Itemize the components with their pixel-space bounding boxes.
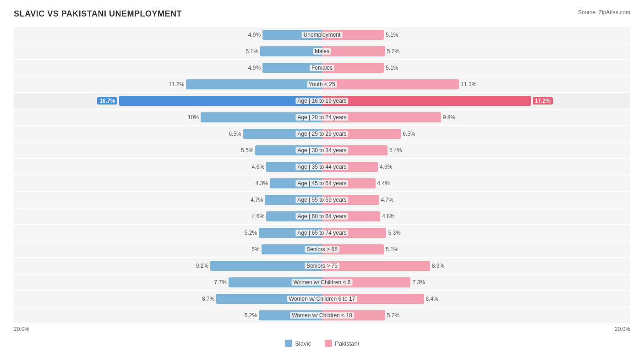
chart-title: SLAVIC VS PAKISTANI UNEMPLOYMENT [14, 9, 182, 19]
right-value: 8.4% [426, 296, 438, 302]
bar-container: 4.6% 4.6% Age | 35 to 44 years [14, 159, 630, 175]
legend-pakistani: Pakistani [325, 340, 359, 347]
chart-row: 7.7% 7.3% Women w/ Children < 6 [14, 275, 630, 290]
left-value: 5.2% [245, 230, 257, 236]
chart-footer: Slavic Pakistani [14, 340, 630, 347]
row-label: Women w/ Children < 6 [292, 279, 353, 286]
chart-row: 6.5% 6.5% Age | 25 to 29 years [14, 126, 630, 142]
left-value: 8.7% [202, 296, 214, 302]
row-label: Age | 60 to 64 years [295, 213, 348, 220]
right-value: 17.2% [533, 97, 553, 105]
right-value: 5.2% [387, 312, 399, 319]
row-label: Unemployment [302, 32, 343, 38]
legend-slavic-box [285, 340, 292, 347]
right-value: 8.9% [432, 263, 444, 269]
left-value: 4.9% [248, 65, 261, 71]
chart-source: Source: ZipAtlas.com [578, 9, 630, 16]
chart-row: 9.2% 8.9% Seniors > 75 [14, 258, 630, 274]
right-bar [322, 46, 385, 56]
left-value: 9.2% [196, 263, 208, 269]
chart-row: 4.9% 5.1% Females [14, 60, 630, 76]
row-label: Age | 55 to 59 years [295, 197, 348, 203]
chart-row: 8.7% 8.4% Women w/ Children 6 to 17 [14, 291, 630, 307]
right-value: 4.7% [381, 197, 393, 203]
left-value: 16.7% [97, 97, 117, 105]
row-label: Age | 25 to 29 years [295, 131, 348, 137]
right-value: 5.1% [386, 246, 398, 253]
legend-slavic-label: Slavic [295, 340, 311, 347]
bar-container: 4.9% 5.1% Females [14, 60, 630, 76]
chart-row: 11.2% 11.3% Youth < 25 [14, 77, 630, 92]
row-label: Age | 30 to 34 years [295, 147, 348, 154]
row-label: Age | 65 to 74 years [295, 230, 348, 236]
row-label: Women w/ Children < 18 [290, 312, 354, 319]
chart-row: 4.6% 4.8% Age | 60 to 64 years [14, 209, 630, 224]
chart-row: 10% 9.8% Age | 20 to 24 years [14, 110, 630, 125]
chart-row: 5% 5.1% Seniors > 65 [14, 242, 630, 257]
bar-container: 16.7% 17.2% Age | 16 to 19 years [14, 93, 630, 109]
right-value: 5.1% [386, 32, 398, 38]
bar-container: 6.5% 6.5% Age | 25 to 29 years [14, 126, 630, 142]
right-bar [322, 79, 459, 89]
chart-row: 16.7% 17.2% Age | 16 to 19 years [14, 93, 630, 109]
row-label: Age | 16 to 19 years [295, 98, 348, 104]
left-value: 5% [251, 246, 259, 253]
left-value: 10% [188, 114, 199, 121]
bar-container: 9.2% 8.9% Seniors > 75 [14, 258, 630, 274]
bar-container: 7.7% 7.3% Women w/ Children < 6 [14, 275, 630, 290]
row-label: Youth < 25 [307, 81, 337, 88]
chart-row: 5.2% 5.3% Age | 65 to 74 years [14, 225, 630, 241]
bar-container: 10% 9.8% Age | 20 to 24 years [14, 110, 630, 125]
axis-row: 20.0% 20.0% [14, 324, 630, 334]
bar-container: 4.9% 5.1% Unemployment [14, 27, 630, 43]
right-value: 5.2% [387, 48, 399, 55]
row-label: Age | 20 to 24 years [295, 114, 348, 121]
row-label: Age | 35 to 44 years [295, 164, 348, 170]
left-bar [119, 96, 322, 106]
row-label: Males [313, 48, 331, 55]
chart-row: 5.2% 5.2% Women w/ Children < 18 [14, 308, 630, 323]
legend-pakistani-label: Pakistani [335, 340, 359, 347]
bar-container: 5.5% 5.4% Age | 30 to 34 years [14, 143, 630, 158]
legend-slavic: Slavic [285, 340, 311, 347]
chart-row: 4.6% 4.6% Age | 35 to 44 years [14, 159, 630, 175]
row-label: Age | 45 to 54 years [295, 180, 348, 187]
right-value: 11.3% [461, 81, 476, 88]
chart-row: 4.7% 4.7% Age | 55 to 59 years [14, 192, 630, 208]
chart-row: 4.9% 5.1% Unemployment [14, 27, 630, 43]
right-value: 4.8% [382, 213, 394, 220]
left-value: 5.2% [245, 312, 257, 319]
left-value: 5.5% [241, 147, 253, 154]
bar-container: 5% 5.1% Seniors > 65 [14, 242, 630, 257]
chart-row: 5.5% 5.4% Age | 30 to 34 years [14, 143, 630, 158]
row-label: Females [310, 65, 334, 71]
row-label: Seniors > 75 [305, 263, 339, 269]
left-value: 11.2% [169, 81, 184, 88]
left-value: 4.6% [252, 164, 264, 170]
right-value: 5.4% [389, 147, 402, 154]
left-value: 7.7% [214, 279, 227, 286]
chart-body: 4.9% 5.1% Unemployment 5.1% 5.2% Males 4… [14, 27, 630, 323]
right-value: 5.3% [388, 230, 400, 236]
bar-container: 8.7% 8.4% Women w/ Children 6 to 17 [14, 291, 630, 307]
left-value: 4.3% [256, 180, 268, 187]
right-bar [322, 96, 531, 106]
left-value: 6.5% [229, 131, 241, 137]
row-label: Women w/ Children 6 to 17 [287, 296, 357, 302]
right-value: 4.6% [380, 164, 392, 170]
chart-container: SLAVIC VS PAKISTANI UNEMPLOYMENT Source:… [0, 0, 644, 347]
right-value: 4.4% [377, 180, 390, 187]
bar-container: 5.2% 5.3% Age | 65 to 74 years [14, 225, 630, 241]
bar-container: 4.7% 4.7% Age | 55 to 59 years [14, 192, 630, 208]
right-value: 5.1% [386, 65, 398, 71]
left-bar [186, 79, 322, 89]
left-value: 4.9% [248, 32, 261, 38]
bar-container: 5.1% 5.2% Males [14, 44, 630, 59]
row-label: Seniors > 65 [305, 246, 339, 253]
right-value: 9.8% [443, 114, 455, 121]
bar-container: 5.2% 5.2% Women w/ Children < 18 [14, 308, 630, 323]
left-value: 4.6% [252, 213, 264, 220]
bar-container: 11.2% 11.3% Youth < 25 [14, 77, 630, 92]
axis-right: 20.0% [615, 326, 630, 332]
right-value: 6.5% [403, 131, 415, 137]
